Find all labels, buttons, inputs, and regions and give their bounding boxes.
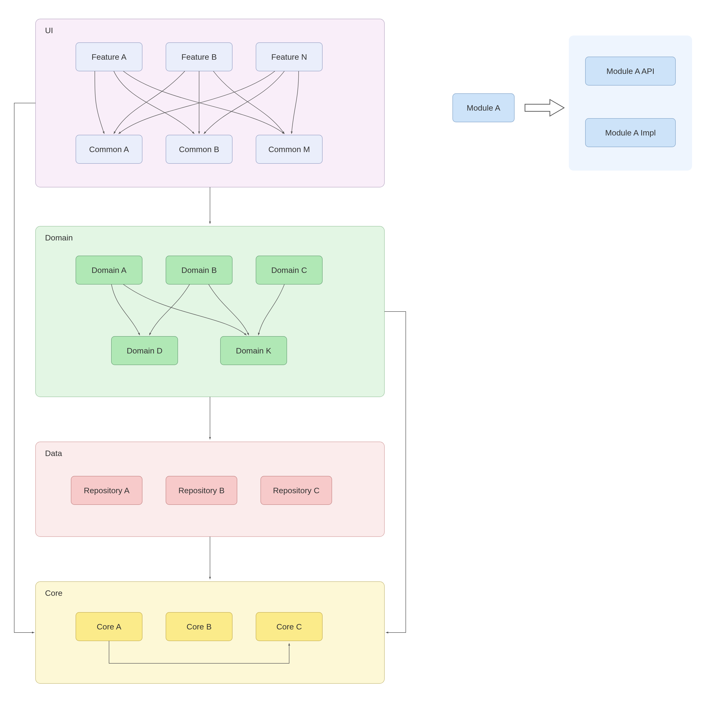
domain-d-node: Domain D: [111, 337, 178, 365]
side-panel: Module A Module A API Module A Impl: [453, 36, 692, 170]
feature-b-label: Feature B: [181, 52, 217, 61]
common-m-node: Common M: [256, 135, 322, 163]
core-layer-title: Core: [45, 588, 62, 598]
feature-n-label: Feature N: [271, 52, 307, 61]
common-a-node: Common A: [76, 135, 142, 163]
feature-n-node: Feature N: [256, 43, 322, 71]
repo-b-label: Repository B: [178, 486, 225, 495]
data-layer: Data Repository A Repository B Repositor…: [36, 442, 385, 537]
core-a-label: Core A: [97, 622, 121, 631]
repo-c-label: Repository C: [273, 486, 320, 495]
module-a-label: Module A: [467, 103, 500, 112]
module-a-impl-label: Module A Impl: [605, 128, 656, 137]
core-a-node: Core A: [76, 612, 142, 641]
module-a-impl-node: Module A Impl: [586, 118, 675, 147]
data-layer-title: Data: [45, 449, 62, 458]
side-panel-box: [569, 36, 692, 170]
domain-b-label: Domain B: [181, 266, 217, 274]
domain-b-node: Domain B: [166, 256, 232, 284]
common-a-label: Common A: [89, 145, 129, 154]
common-b-label: Common B: [179, 145, 219, 154]
core-layer: Core Core A Core B Core C: [36, 582, 385, 683]
domain-k-label: Domain K: [236, 346, 271, 355]
domain-c-node: Domain C: [256, 256, 322, 284]
feature-b-node: Feature B: [166, 43, 232, 71]
ui-layer-title: UI: [45, 26, 53, 35]
repo-b-node: Repository B: [166, 476, 237, 505]
domain-k-node: Domain K: [220, 337, 287, 365]
core-c-node: Core C: [256, 612, 322, 641]
domain-layer-title: Domain: [45, 233, 73, 242]
repo-a-label: Repository A: [84, 486, 130, 495]
hollow-arrow-icon: [525, 100, 564, 116]
repo-a-node: Repository A: [71, 476, 142, 505]
domain-c-label: Domain C: [271, 266, 307, 274]
domain-layer-box: [36, 226, 385, 397]
feature-a-node: Feature A: [76, 43, 142, 71]
repo-c-node: Repository C: [261, 476, 332, 505]
common-b-node: Common B: [166, 135, 232, 163]
edge-domain-core-right: [385, 312, 406, 633]
module-a-api-label: Module A API: [607, 66, 654, 75]
core-c-label: Core C: [276, 622, 302, 631]
domain-a-label: Domain A: [91, 266, 127, 274]
domain-a-node: Domain A: [76, 256, 142, 284]
domain-layer: Domain Domain A Domain B Domain C Domain…: [36, 226, 385, 397]
edge-ui-core-left: [14, 103, 36, 633]
core-b-node: Core B: [166, 612, 232, 641]
module-a-node: Module A: [453, 94, 514, 122]
common-m-label: Common M: [268, 145, 310, 154]
core-b-label: Core B: [187, 622, 212, 631]
feature-a-label: Feature A: [91, 52, 127, 61]
module-a-api-node: Module A API: [586, 57, 675, 85]
ui-layer: UI Feature A Feature B Feature N Common …: [36, 19, 385, 187]
domain-d-label: Domain D: [127, 346, 162, 355]
